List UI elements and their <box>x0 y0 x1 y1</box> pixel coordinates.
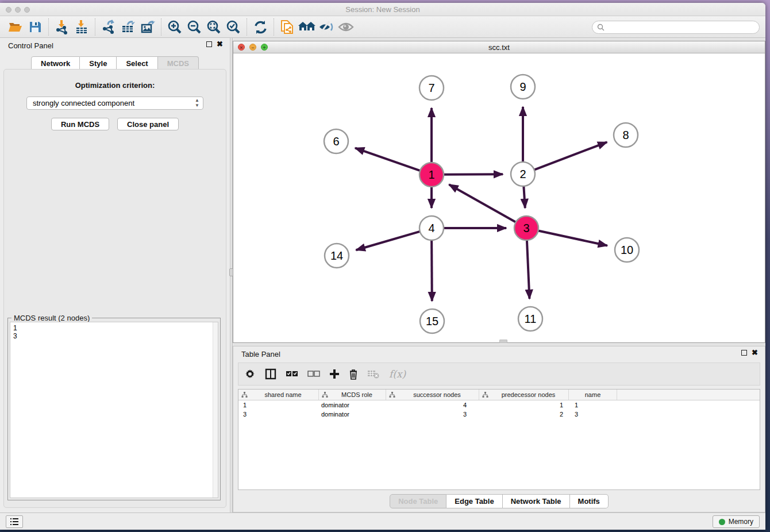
node-label-7: 7 <box>428 82 434 94</box>
deselect-all-icon[interactable] <box>307 371 320 378</box>
network-window-titlebar: × − + scc.txt <box>233 41 765 53</box>
network-view-window: × − + scc.txt 7968124314101511 <box>233 41 765 343</box>
column-header-MCDS-role[interactable]: MCDS role <box>319 390 386 400</box>
delete-table-icon[interactable] <box>367 369 380 379</box>
export-network-icon[interactable] <box>99 18 118 36</box>
edge-2-8[interactable] <box>534 142 607 169</box>
float-table-panel-icon[interactable] <box>741 350 747 356</box>
memory-label: Memory <box>729 518 753 526</box>
table-cell: 3 <box>569 411 617 418</box>
node-label-3: 3 <box>523 222 529 234</box>
table-cell: 1 <box>238 402 319 408</box>
edge-3-1[interactable] <box>449 184 515 222</box>
edge-4-15[interactable] <box>432 240 432 301</box>
import-table-icon[interactable] <box>72 18 91 36</box>
edge-1-6[interactable] <box>355 148 420 171</box>
run-mcds-button[interactable]: Run MCDS <box>51 118 109 130</box>
control-panel: Control Panel ✖ NetworkStyleSelectMCDS O… <box>0 38 230 512</box>
main-area: Control Panel ✖ NetworkStyleSelectMCDS O… <box>0 38 765 512</box>
result-scrollbar[interactable] <box>213 322 218 498</box>
hierarchy-icon <box>389 392 395 398</box>
edge-3-11[interactable] <box>527 240 530 299</box>
node-label-14: 14 <box>330 249 343 262</box>
close-panel-icon[interactable]: ✖ <box>217 41 223 47</box>
select-all-icon[interactable] <box>286 371 298 378</box>
select-value: strongly connected component <box>33 99 134 107</box>
edge-2-3[interactable] <box>523 186 525 208</box>
table-cell: 3 <box>238 411 319 418</box>
network-file-icon[interactable] <box>278 18 297 36</box>
zoom-in-icon[interactable] <box>165 18 184 36</box>
memory-button[interactable]: Memory <box>713 515 760 528</box>
node-label-8: 8 <box>622 129 629 141</box>
search-icon <box>597 24 605 31</box>
network-window-title: scc.txt <box>233 43 765 52</box>
hierarchy-icon <box>322 392 328 398</box>
column-view-icon[interactable] <box>265 368 276 380</box>
node-label-4: 4 <box>428 222 434 234</box>
search-box[interactable] <box>592 21 760 34</box>
table-header-row: shared nameMCDS rolesuccessor nodesprede… <box>238 390 760 400</box>
tab-motifs[interactable]: Motifs <box>570 494 609 508</box>
delete-icon[interactable] <box>349 369 358 380</box>
search-input[interactable] <box>605 24 759 32</box>
table-row[interactable]: 1dominator411 <box>238 400 760 410</box>
mcds-result-text[interactable]: 1 3 <box>10 322 218 498</box>
toolbar-separator <box>247 18 247 36</box>
gear-icon[interactable] <box>244 368 256 380</box>
titlebar: Session: New Session <box>0 3 765 16</box>
edge-1-2[interactable] <box>444 174 503 175</box>
tab-network-table[interactable]: Network Table <box>503 494 570 508</box>
add-icon[interactable] <box>329 369 340 379</box>
optimization-criterion-select[interactable]: strongly connected component ▲▼ <box>26 97 203 110</box>
mcds-result-group: MCDS result (2 nodes) 1 3 <box>7 318 221 500</box>
table-row[interactable]: 3dominator323 <box>238 410 760 419</box>
toolbar-separator <box>95 18 95 36</box>
hide-graphics-icon[interactable] <box>317 18 336 36</box>
table-cell: 2 <box>479 411 569 418</box>
export-image-icon[interactable] <box>138 18 157 36</box>
mcds-panel: Optimization criterion: strongly connect… <box>3 69 226 508</box>
tab-edge-table[interactable]: Edge Table <box>446 494 502 508</box>
hierarchy-icon <box>482 392 488 398</box>
save-icon[interactable] <box>25 18 45 36</box>
app-window: Session: New Session <box>0 3 765 530</box>
task-history-button[interactable] <box>6 515 23 528</box>
table-panel-title: Table Panel <box>241 350 280 358</box>
close-panel-button[interactable]: Close panel <box>117 118 179 130</box>
window-title: Session: New Session <box>0 5 765 14</box>
edge-3-10[interactable] <box>538 230 607 245</box>
table-panel: Table Panel ✖ <box>233 346 765 512</box>
column-header-shared-name[interactable]: shared name <box>238 390 319 400</box>
table-cell: dominator <box>319 402 386 408</box>
toolbar-separator <box>161 18 161 36</box>
zoom-fit-icon[interactable] <box>204 18 224 36</box>
close-table-panel-icon[interactable]: ✖ <box>752 350 758 356</box>
export-table-icon[interactable] <box>118 18 138 36</box>
main-toolbar <box>0 17 765 38</box>
node-label-2: 2 <box>519 168 526 180</box>
float-panel-icon[interactable] <box>206 41 212 47</box>
node-label-10: 10 <box>621 244 633 256</box>
import-network-icon[interactable] <box>52 18 72 36</box>
node-label-6: 6 <box>333 135 339 148</box>
zoom-selected-icon[interactable] <box>224 18 243 36</box>
zoom-out-icon[interactable] <box>184 18 204 36</box>
column-header-predecessor-nodes[interactable]: predecessor nodes <box>479 390 569 400</box>
refresh-icon[interactable] <box>251 18 270 36</box>
column-header-name[interactable]: name <box>569 390 617 400</box>
memory-status-dot <box>719 519 725 525</box>
home-icon[interactable] <box>297 18 317 36</box>
edge-4-14[interactable] <box>356 232 420 250</box>
network-resize-grip[interactable] <box>499 340 507 343</box>
network-canvas[interactable]: 7968124314101511 <box>233 54 765 342</box>
tab-node-table[interactable]: Node Table <box>390 494 446 508</box>
column-header-successor-nodes[interactable]: successor nodes <box>386 390 479 400</box>
node-label-1: 1 <box>428 168 434 181</box>
function-icon[interactable]: f(x) <box>389 368 406 380</box>
table-cell: 1 <box>569 402 617 408</box>
open-folder-icon[interactable] <box>6 18 25 36</box>
eye-icon[interactable] <box>336 18 356 36</box>
toolbar-separator <box>274 18 274 36</box>
node-label-9: 9 <box>519 80 526 93</box>
